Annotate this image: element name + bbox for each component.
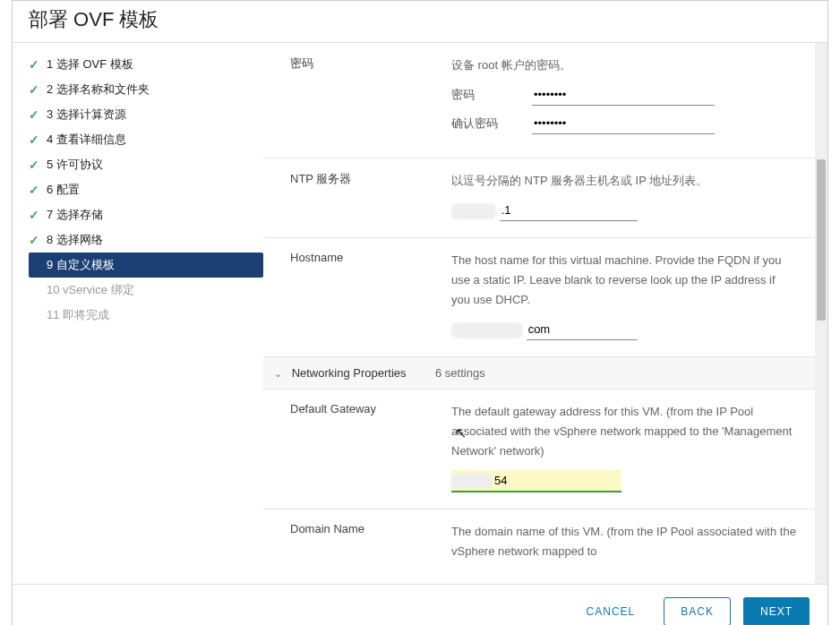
confirm-password-label: 确认密码 — [451, 116, 532, 132]
dialog-footer: CANCEL BACK NEXT — [13, 584, 827, 625]
scrollbar-thumb[interactable] — [817, 159, 826, 321]
step-9[interactable]: 9 自定义模板 — [29, 253, 263, 278]
check-icon: ✓ — [29, 183, 47, 197]
gateway-label: Default Gateway — [290, 402, 451, 492]
step-8[interactable]: ✓8 选择网络 — [29, 227, 263, 253]
check-icon: ✓ — [29, 208, 47, 222]
prop-password: 密码 设备 root 帐户的密码。 密码 确认密码 — [263, 43, 815, 158]
back-button[interactable]: BACK — [664, 597, 731, 625]
vertical-scrollbar[interactable] — [815, 43, 827, 584]
prop-hostname: Hostname The host name for this virtual … — [263, 238, 815, 357]
cancel-button[interactable]: CANCEL — [570, 597, 652, 625]
hostname-input[interactable] — [527, 319, 638, 340]
dialog-body: ✓1 选择 OVF 模板 ✓2 选择名称和文件夹 ✓3 选择计算资源 ✓4 查看… — [13, 42, 827, 584]
step-4[interactable]: ✓4 查看详细信息 — [29, 127, 263, 152]
domainname-desc: The domain name of this VM. (from the IP… — [451, 522, 797, 561]
password-desc: 设备 root 帐户的密码。 — [451, 56, 797, 75]
redacted-smudge — [451, 474, 493, 488]
step-1[interactable]: ✓1 选择 OVF 模板 — [29, 52, 263, 77]
ntp-label: NTP 服务器 — [290, 171, 451, 221]
wizard-sidebar: ✓1 选择 OVF 模板 ✓2 选择名称和文件夹 ✓3 选择计算资源 ✓4 查看… — [13, 43, 263, 584]
password-field-label: 密码 — [451, 87, 532, 103]
redacted-smudge — [451, 203, 496, 219]
check-icon: ✓ — [29, 233, 47, 247]
dialog-title: 部署 OVF 模板 — [13, 1, 827, 42]
gateway-input-wrap — [451, 470, 621, 492]
confirm-password-input[interactable] — [532, 113, 715, 134]
step-10: 10 vService 绑定 — [29, 278, 263, 303]
networking-section-count: 6 settings — [435, 366, 797, 380]
step-5[interactable]: ✓5 许可协议 — [29, 152, 263, 177]
prop-ntp: NTP 服务器 以逗号分隔的 NTP 服务器主机名或 IP 地址列表。 — [263, 158, 815, 238]
prop-domainname: Domain Name The domain name of this VM. … — [263, 509, 815, 584]
main-wrap: 密码 设备 root 帐户的密码。 密码 确认密码 N — [263, 43, 827, 584]
redacted-smudge — [451, 322, 523, 338]
ntp-desc: 以逗号分隔的 NTP 服务器主机名或 IP 地址列表。 — [451, 171, 797, 191]
gateway-desc: The default gateway address for this VM.… — [451, 402, 797, 461]
check-icon: ✓ — [29, 57, 47, 72]
hostname-label: Hostname — [290, 251, 451, 340]
form-panel: 密码 设备 root 帐户的密码。 密码 确认密码 N — [263, 43, 815, 584]
prop-gateway: Default Gateway The default gateway addr… — [263, 390, 815, 509]
step-6[interactable]: ✓6 配置 — [29, 177, 263, 202]
step-7[interactable]: ✓7 选择存储 — [29, 202, 263, 227]
chevron-down-icon: ⌄ — [274, 368, 285, 380]
step-2[interactable]: ✓2 选择名称和文件夹 — [29, 77, 263, 102]
hostname-desc: The host name for this virtual machine. … — [451, 251, 797, 310]
domainname-label: Domain Name — [290, 522, 451, 570]
networking-section-label: Networking Properties — [292, 366, 407, 380]
check-icon: ✓ — [29, 158, 47, 172]
section-networking[interactable]: ⌄ Networking Properties 6 settings — [263, 357, 815, 390]
password-label: 密码 — [290, 56, 451, 141]
gateway-input[interactable] — [493, 470, 621, 491]
deploy-ovf-dialog: 部署 OVF 模板 ✓1 选择 OVF 模板 ✓2 选择名称和文件夹 ✓3 选择… — [12, 0, 828, 625]
password-input[interactable] — [532, 84, 715, 106]
check-icon: ✓ — [29, 82, 47, 97]
check-icon: ✓ — [29, 133, 47, 147]
ntp-input[interactable] — [500, 200, 638, 221]
next-button[interactable]: NEXT — [743, 597, 810, 625]
step-3[interactable]: ✓3 选择计算资源 — [29, 102, 263, 127]
step-11: 11 即将完成 — [29, 303, 263, 328]
check-icon: ✓ — [29, 107, 47, 122]
cursor-icon: ↖ — [455, 424, 467, 443]
